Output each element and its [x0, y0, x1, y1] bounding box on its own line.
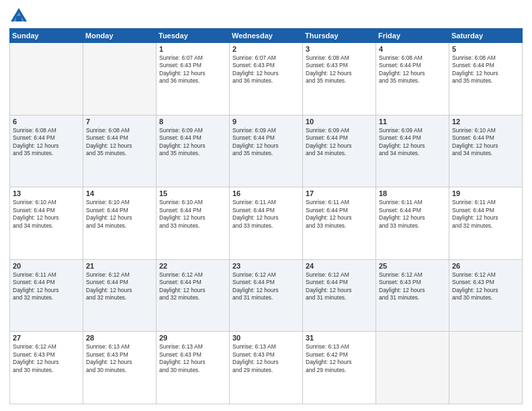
calendar-cell: 4Sunrise: 6:08 AM Sunset: 6:44 PM Daylig… — [376, 43, 449, 116]
calendar-cell: 5Sunrise: 6:08 AM Sunset: 6:44 PM Daylig… — [449, 43, 523, 116]
calendar-cell: 6Sunrise: 6:08 AM Sunset: 6:44 PM Daylig… — [10, 115, 83, 187]
day-number: 7 — [86, 118, 153, 126]
day-info: Sunrise: 6:07 AM Sunset: 6:43 PM Dayligh… — [159, 54, 226, 85]
day-info: Sunrise: 6:07 AM Sunset: 6:43 PM Dayligh… — [232, 54, 300, 85]
calendar-cell: 21Sunrise: 6:12 AM Sunset: 6:44 PM Dayli… — [83, 259, 157, 332]
logo-icon — [9, 7, 28, 26]
day-number: 26 — [452, 262, 519, 270]
calendar-cell: 7Sunrise: 6:08 AM Sunset: 6:44 PM Daylig… — [83, 115, 157, 187]
day-number: 11 — [379, 118, 446, 126]
day-info: Sunrise: 6:11 AM Sunset: 6:44 PM Dayligh… — [306, 199, 373, 230]
calendar-header-wednesday: Wednesday — [230, 29, 303, 43]
calendar-cell — [10, 43, 83, 116]
day-info: Sunrise: 6:10 AM Sunset: 6:44 PM Dayligh… — [86, 199, 153, 230]
day-number: 25 — [379, 262, 446, 270]
day-number: 1 — [159, 45, 226, 53]
day-number: 16 — [232, 189, 300, 197]
day-info: Sunrise: 6:08 AM Sunset: 6:43 PM Dayligh… — [306, 54, 373, 85]
header — [9, 7, 523, 26]
day-info: Sunrise: 6:10 AM Sunset: 6:44 PM Dayligh… — [13, 199, 80, 230]
day-info: Sunrise: 6:13 AM Sunset: 6:42 PM Dayligh… — [306, 343, 373, 374]
day-info: Sunrise: 6:08 AM Sunset: 6:44 PM Dayligh… — [86, 127, 153, 158]
page: SundayMondayTuesdayWednesdayThursdayFrid… — [0, 0, 532, 411]
day-number: 28 — [86, 334, 153, 342]
calendar-cell — [449, 332, 523, 404]
calendar-header-thursday: Thursday — [303, 29, 376, 43]
svg-rect-2 — [16, 16, 21, 21]
day-number: 4 — [379, 45, 446, 53]
day-number: 3 — [306, 45, 373, 53]
day-number: 6 — [13, 118, 80, 126]
calendar-cell: 2Sunrise: 6:07 AM Sunset: 6:43 PM Daylig… — [230, 43, 303, 116]
calendar-week-row: 1Sunrise: 6:07 AM Sunset: 6:43 PM Daylig… — [10, 43, 523, 116]
logo — [9, 7, 31, 26]
day-number: 9 — [232, 118, 300, 126]
day-number: 29 — [159, 334, 226, 342]
day-info: Sunrise: 6:11 AM Sunset: 6:44 PM Dayligh… — [13, 271, 80, 302]
calendar-table: SundayMondayTuesdayWednesdayThursdayFrid… — [9, 28, 523, 404]
day-number: 14 — [86, 189, 153, 197]
calendar-header-friday: Friday — [376, 29, 449, 43]
day-number: 27 — [13, 334, 80, 342]
day-number: 19 — [452, 189, 519, 197]
day-number: 20 — [13, 262, 80, 270]
day-info: Sunrise: 6:08 AM Sunset: 6:44 PM Dayligh… — [13, 127, 80, 158]
day-info: Sunrise: 6:12 AM Sunset: 6:43 PM Dayligh… — [13, 343, 80, 374]
day-info: Sunrise: 6:12 AM Sunset: 6:44 PM Dayligh… — [159, 271, 226, 302]
calendar-cell: 24Sunrise: 6:12 AM Sunset: 6:44 PM Dayli… — [303, 259, 376, 332]
calendar-cell: 1Sunrise: 6:07 AM Sunset: 6:43 PM Daylig… — [157, 43, 230, 116]
calendar-cell: 31Sunrise: 6:13 AM Sunset: 6:42 PM Dayli… — [303, 332, 376, 404]
day-info: Sunrise: 6:13 AM Sunset: 6:43 PM Dayligh… — [159, 343, 226, 374]
calendar-cell: 19Sunrise: 6:11 AM Sunset: 6:44 PM Dayli… — [449, 187, 523, 260]
calendar-cell: 16Sunrise: 6:11 AM Sunset: 6:44 PM Dayli… — [230, 187, 303, 260]
calendar-cell: 18Sunrise: 6:11 AM Sunset: 6:44 PM Dayli… — [376, 187, 449, 260]
day-number: 13 — [13, 189, 80, 197]
calendar-cell: 30Sunrise: 6:13 AM Sunset: 6:43 PM Dayli… — [230, 332, 303, 404]
day-info: Sunrise: 6:11 AM Sunset: 6:44 PM Dayligh… — [452, 199, 519, 230]
calendar-cell: 29Sunrise: 6:13 AM Sunset: 6:43 PM Dayli… — [157, 332, 230, 404]
calendar-cell: 22Sunrise: 6:12 AM Sunset: 6:44 PM Dayli… — [157, 259, 230, 332]
day-info: Sunrise: 6:08 AM Sunset: 6:44 PM Dayligh… — [379, 54, 446, 85]
calendar-week-row: 6Sunrise: 6:08 AM Sunset: 6:44 PM Daylig… — [10, 115, 523, 187]
calendar-cell: 8Sunrise: 6:09 AM Sunset: 6:44 PM Daylig… — [157, 115, 230, 187]
calendar-header-monday: Monday — [83, 29, 157, 43]
calendar-cell: 17Sunrise: 6:11 AM Sunset: 6:44 PM Dayli… — [303, 187, 376, 260]
calendar-cell: 15Sunrise: 6:10 AM Sunset: 6:44 PM Dayli… — [157, 187, 230, 260]
calendar-header-tuesday: Tuesday — [157, 29, 230, 43]
day-number: 15 — [159, 189, 226, 197]
calendar-header-sunday: Sunday — [10, 29, 83, 43]
day-number: 23 — [232, 262, 300, 270]
calendar-cell: 25Sunrise: 6:12 AM Sunset: 6:43 PM Dayli… — [376, 259, 449, 332]
day-info: Sunrise: 6:09 AM Sunset: 6:44 PM Dayligh… — [306, 127, 373, 158]
calendar-week-row: 20Sunrise: 6:11 AM Sunset: 6:44 PM Dayli… — [10, 259, 523, 332]
calendar-week-row: 13Sunrise: 6:10 AM Sunset: 6:44 PM Dayli… — [10, 187, 523, 260]
calendar-cell — [83, 43, 157, 116]
calendar-cell: 23Sunrise: 6:12 AM Sunset: 6:44 PM Dayli… — [230, 259, 303, 332]
calendar-week-row: 27Sunrise: 6:12 AM Sunset: 6:43 PM Dayli… — [10, 332, 523, 404]
day-number: 21 — [86, 262, 153, 270]
calendar-cell: 12Sunrise: 6:10 AM Sunset: 6:44 PM Dayli… — [449, 115, 523, 187]
calendar-cell — [376, 332, 449, 404]
day-info: Sunrise: 6:09 AM Sunset: 6:44 PM Dayligh… — [232, 127, 300, 158]
day-info: Sunrise: 6:13 AM Sunset: 6:43 PM Dayligh… — [232, 343, 300, 374]
day-number: 17 — [306, 189, 373, 197]
day-info: Sunrise: 6:11 AM Sunset: 6:44 PM Dayligh… — [379, 199, 446, 230]
calendar-cell: 27Sunrise: 6:12 AM Sunset: 6:43 PM Dayli… — [10, 332, 83, 404]
day-number: 5 — [452, 45, 519, 53]
day-info: Sunrise: 6:11 AM Sunset: 6:44 PM Dayligh… — [232, 199, 300, 230]
calendar-cell: 9Sunrise: 6:09 AM Sunset: 6:44 PM Daylig… — [230, 115, 303, 187]
day-info: Sunrise: 6:12 AM Sunset: 6:44 PM Dayligh… — [86, 271, 153, 302]
calendar-cell: 11Sunrise: 6:09 AM Sunset: 6:44 PM Dayli… — [376, 115, 449, 187]
day-info: Sunrise: 6:12 AM Sunset: 6:43 PM Dayligh… — [379, 271, 446, 302]
calendar-cell: 3Sunrise: 6:08 AM Sunset: 6:43 PM Daylig… — [303, 43, 376, 116]
day-info: Sunrise: 6:08 AM Sunset: 6:44 PM Dayligh… — [452, 54, 519, 85]
calendar-cell: 14Sunrise: 6:10 AM Sunset: 6:44 PM Dayli… — [83, 187, 157, 260]
day-info: Sunrise: 6:09 AM Sunset: 6:44 PM Dayligh… — [159, 127, 226, 158]
day-info: Sunrise: 6:12 AM Sunset: 6:43 PM Dayligh… — [452, 271, 519, 302]
day-number: 8 — [159, 118, 226, 126]
day-number: 2 — [232, 45, 300, 53]
day-info: Sunrise: 6:13 AM Sunset: 6:43 PM Dayligh… — [86, 343, 153, 374]
day-info: Sunrise: 6:12 AM Sunset: 6:44 PM Dayligh… — [232, 271, 300, 302]
day-info: Sunrise: 6:10 AM Sunset: 6:44 PM Dayligh… — [452, 127, 519, 158]
calendar-cell: 20Sunrise: 6:11 AM Sunset: 6:44 PM Dayli… — [10, 259, 83, 332]
